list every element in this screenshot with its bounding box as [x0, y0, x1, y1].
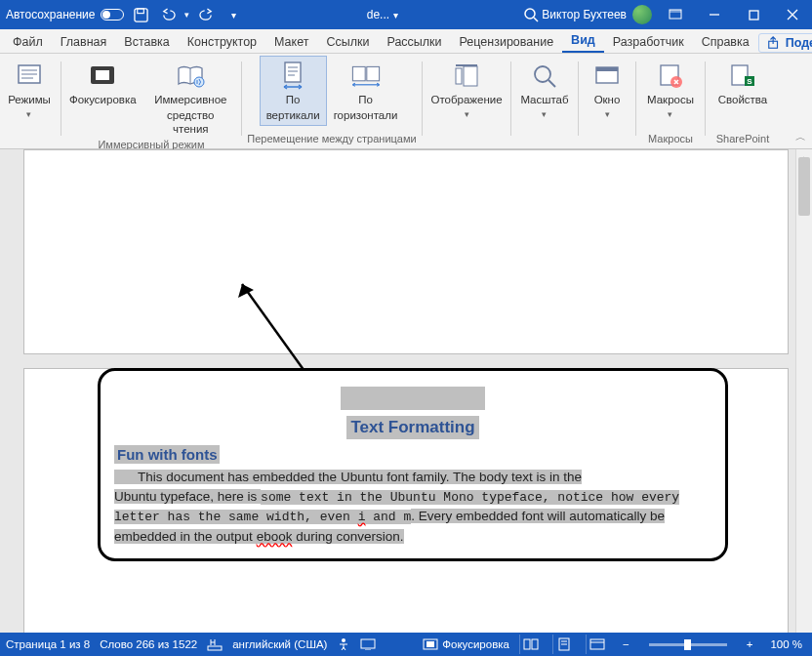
- tab-view[interactable]: Вид: [562, 29, 604, 53]
- svg-rect-33: [596, 67, 618, 71]
- tab-developer[interactable]: Разработчик: [604, 31, 693, 53]
- doc-paragraph: This document has embedded the Ubuntu fo…: [114, 468, 711, 547]
- focus-button[interactable]: Фокусировка: [63, 56, 142, 110]
- tab-layout[interactable]: Макет: [265, 31, 317, 53]
- search-icon[interactable]: [520, 4, 542, 25]
- window-icon: [591, 61, 623, 92]
- document-area[interactable]: Text Formatting Fun with fonts This docu…: [0, 149, 812, 633]
- tab-home[interactable]: Главная: [52, 31, 116, 53]
- close-icon[interactable]: [773, 0, 812, 29]
- svg-rect-52: [590, 639, 604, 649]
- immersive-reader-button[interactable]: Иммерсивное средство чтения: [142, 56, 239, 139]
- tab-references[interactable]: Ссылки: [317, 31, 378, 53]
- autosave-toggle[interactable]: [101, 9, 124, 20]
- status-spellcheck-icon[interactable]: [207, 637, 223, 651]
- chevron-down-icon: ▾: [605, 109, 610, 120]
- tab-mailings[interactable]: Рассылки: [378, 31, 450, 53]
- svg-rect-16: [96, 70, 109, 80]
- svg-rect-27: [456, 68, 462, 84]
- scroll-thumb[interactable]: [798, 157, 810, 216]
- vertical-label-1: По: [286, 94, 301, 107]
- ribbon-display-options-icon[interactable]: [656, 0, 695, 29]
- focus-mode-icon: [423, 638, 438, 650]
- minimize-icon[interactable]: [695, 0, 734, 29]
- immersive-label-2: средство чтения: [149, 109, 232, 137]
- chevron-down-icon: ▾: [465, 109, 469, 120]
- window-button[interactable]: Окно ▾: [583, 56, 631, 123]
- properties-label: Свойства: [718, 94, 768, 107]
- maximize-icon[interactable]: [734, 0, 773, 29]
- zoom-percent[interactable]: 100 %: [766, 638, 806, 650]
- svg-rect-47: [524, 639, 530, 649]
- svg-point-2: [525, 9, 535, 19]
- collapse-ribbon-icon[interactable]: ︿: [795, 130, 806, 144]
- undo-icon[interactable]: [157, 4, 179, 25]
- status-accessibility-icon[interactable]: [337, 637, 350, 651]
- qat-customize-icon[interactable]: ▾: [223, 4, 244, 25]
- view-web-icon[interactable]: [586, 635, 609, 654]
- immersive-reader-icon: [175, 61, 206, 92]
- zoom-label: Масштаб: [520, 94, 568, 107]
- tab-file[interactable]: Файл: [4, 31, 52, 53]
- status-display-settings-icon[interactable]: [360, 638, 376, 650]
- share-button[interactable]: Поделиться: [758, 33, 812, 53]
- avatar[interactable]: [632, 5, 652, 24]
- focus-label: Фокусировка: [69, 94, 137, 107]
- undo-dropdown[interactable]: ▾: [184, 10, 189, 20]
- tab-design[interactable]: Конструктор: [179, 31, 265, 53]
- svg-line-3: [534, 18, 538, 21]
- properties-button[interactable]: S Свойства: [711, 56, 775, 110]
- vertical-scrollbar[interactable]: ▴: [795, 149, 812, 633]
- status-page[interactable]: Страница 1 из 8: [6, 638, 90, 650]
- save-icon[interactable]: [130, 4, 151, 25]
- page-1-bottom[interactable]: [23, 149, 789, 354]
- svg-rect-43: [361, 639, 375, 648]
- macros-button[interactable]: Макросы ▾: [640, 56, 701, 123]
- status-language[interactable]: английский (США): [232, 638, 327, 650]
- redo-icon[interactable]: [195, 4, 217, 25]
- views-button[interactable]: Режимы ▾: [1, 56, 58, 123]
- para-line-2a: Ubuntu typeface, here is: [114, 489, 261, 504]
- svg-rect-7: [750, 11, 758, 20]
- group-label-empty1: [0, 133, 59, 146]
- chevron-down-icon: ▾: [542, 109, 547, 120]
- share-icon: [767, 36, 781, 50]
- doc-heading: Text Formatting: [346, 416, 478, 439]
- horizontal-button[interactable]: По горизонтали: [327, 56, 405, 126]
- zoom-in-button[interactable]: +: [743, 638, 757, 650]
- status-bar: Страница 1 из 8 Слово 266 из 1522 англий…: [0, 633, 812, 656]
- chevron-down-icon: ▾: [26, 109, 31, 120]
- svg-rect-25: [366, 66, 379, 80]
- view-read-icon[interactable]: [519, 635, 543, 654]
- document-title: de... ▾: [244, 8, 520, 21]
- title-dropdown-icon[interactable]: ▾: [393, 10, 398, 20]
- group-label-pagemove: Перемещение между страницами: [244, 133, 420, 146]
- tab-review[interactable]: Рецензирование: [451, 31, 563, 53]
- vertical-label-2: вертикали: [266, 109, 320, 123]
- svg-point-30: [535, 66, 550, 82]
- zoom-slider[interactable]: [649, 643, 727, 646]
- para-and: and: [365, 510, 403, 524]
- status-words[interactable]: Слово 266 из 1522: [100, 638, 197, 650]
- zoom-button[interactable]: Масштаб ▾: [513, 56, 575, 123]
- tab-help[interactable]: Справка: [693, 31, 758, 53]
- immersive-label-1: Иммерсивное: [154, 94, 226, 107]
- view-print-icon[interactable]: [552, 635, 576, 654]
- status-focus-button[interactable]: Фокусировка: [423, 638, 509, 650]
- title-highlight-pad: [341, 387, 485, 410]
- display-button[interactable]: Отображение ▾: [424, 56, 508, 123]
- vertical-button[interactable]: По вертикали: [260, 56, 327, 126]
- annotation-callout: Text Formatting Fun with fonts This docu…: [98, 368, 728, 561]
- title-bar: Автосохранение ▾ ▾ de... ▾ Виктор Бухтее…: [0, 0, 812, 29]
- svg-rect-19: [285, 62, 301, 82]
- svg-rect-48: [532, 639, 538, 649]
- horizontal-icon: [350, 61, 382, 92]
- tab-insert[interactable]: Вставка: [115, 31, 178, 53]
- zoom-out-button[interactable]: −: [619, 638, 633, 650]
- svg-rect-28: [464, 66, 477, 86]
- views-label: Режимы: [8, 94, 51, 107]
- svg-rect-41: [208, 646, 222, 650]
- horizontal-label-2: горизонтали: [334, 109, 398, 123]
- svg-rect-46: [426, 641, 434, 647]
- document-name: de...: [367, 8, 389, 21]
